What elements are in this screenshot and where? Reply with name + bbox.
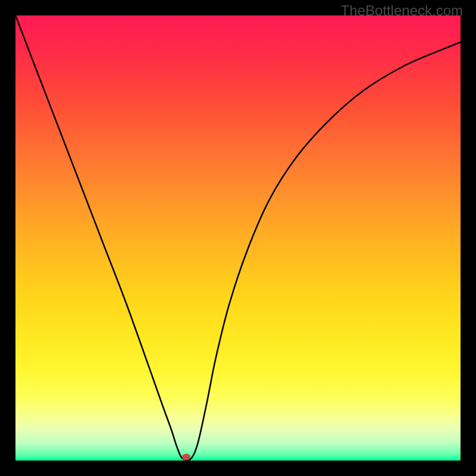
marker-dot [182,454,190,461]
bottleneck-curve [15,15,461,461]
plot-area [15,15,461,461]
watermark-text: TheBottleneck.com [341,2,463,19]
